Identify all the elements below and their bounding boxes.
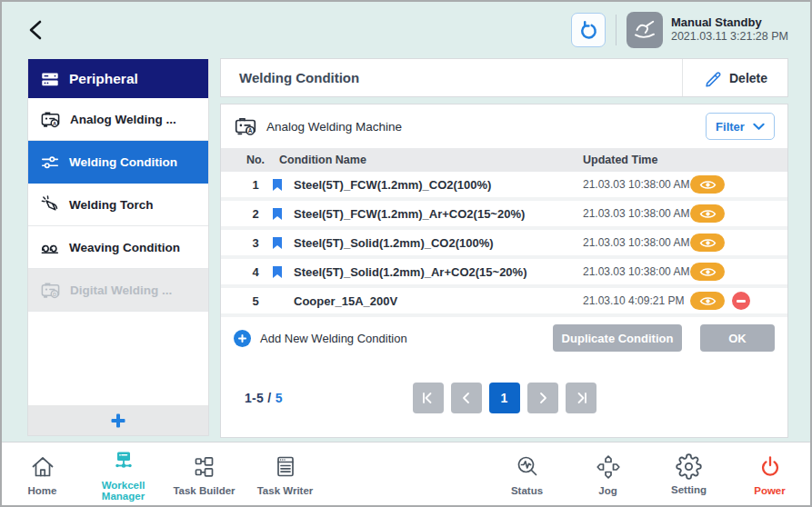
- workcell-manager-icon: [110, 448, 137, 475]
- page-1-button[interactable]: 1: [489, 383, 520, 413]
- add-new-row: Add New Welding Condition Duplicate Cond…: [221, 317, 787, 359]
- panel-header: Welding Condition Delete: [220, 58, 788, 97]
- view-condition-button[interactable]: [690, 175, 725, 194]
- svg-text:A: A: [53, 120, 56, 125]
- sidebar-item-label: Analog Welding ...: [70, 113, 176, 126]
- bookmark-icon: [272, 207, 283, 221]
- chevron-down-icon: [753, 123, 765, 131]
- manual-mode-button[interactable]: [627, 12, 663, 48]
- sidebar-item-label: Welding Torch: [69, 198, 154, 212]
- bookmark-icon: [272, 265, 283, 279]
- plus-icon: [110, 413, 126, 429]
- page-title: Welding Condition: [221, 70, 359, 85]
- nav-workcell-manager[interactable]: Workcell Manager: [83, 446, 164, 502]
- remove-condition-button[interactable]: [732, 292, 750, 310]
- device-row: A Analog Welding Machine Filter: [221, 104, 787, 148]
- task-builder-icon: [191, 453, 218, 481]
- weaving-icon: [40, 237, 60, 257]
- nav-task-builder[interactable]: Task Builder: [164, 452, 245, 496]
- refresh-icon: [577, 20, 598, 41]
- last-page-button[interactable]: [566, 383, 596, 413]
- row-number: 4: [239, 265, 272, 279]
- sidebar-item-label: Weaving Condition: [69, 241, 180, 254]
- table-row[interactable]: 1 Steel(5T)_FCW(1.2mm)_CO2(100%) 21.03.0…: [221, 172, 787, 201]
- welding-machine-icon: A: [234, 114, 257, 138]
- sidebar-header-peripheral: Peripheral: [28, 59, 208, 98]
- duplicate-condition-button[interactable]: Duplicate Condition: [553, 324, 682, 352]
- pagination-row: 1-5 / 5 1: [221, 359, 787, 437]
- total-count: 5: [276, 391, 283, 405]
- updated-time: 21.03.10 4:09:21 PM: [583, 294, 690, 307]
- sidebar-item-weaving-condition[interactable]: Weaving Condition: [28, 226, 208, 269]
- nav-home[interactable]: Home: [2, 452, 83, 496]
- task-writer-icon: [272, 453, 299, 481]
- table-row[interactable]: 3 Steel(5T)_Solid(1.2mm)_CO2(100%) 21.03…: [221, 230, 787, 259]
- nav-task-writer[interactable]: Task Writer: [245, 452, 326, 496]
- eye-icon: [699, 208, 717, 220]
- table-row[interactable]: 2 Steel(5T)_FCW(1.2mm)_Ar+CO2(15~20%) 21…: [221, 201, 787, 230]
- updated-time: 21.03.03 10:38:00 AM: [583, 236, 690, 249]
- page-range: 1-5 / 5: [221, 391, 283, 405]
- svg-text:D: D: [53, 291, 56, 296]
- chevron-left-icon: [458, 390, 475, 406]
- plus-icon: [238, 334, 246, 343]
- table-header: No. Condition Name Updated Time: [221, 148, 787, 172]
- condition-name: Steel(5T)_Solid(1.2mm)_CO2(100%): [294, 236, 583, 250]
- sidebar-item-welding-torch[interactable]: Welding Torch: [28, 184, 208, 226]
- sidebar-item-digital-welding: D Digital Welding ...: [28, 269, 208, 312]
- topbar-divider: [616, 15, 617, 45]
- datetime-label: 2021.03.11 3:21:28 PM: [671, 30, 788, 45]
- app-window: Manual Standby 2021.03.11 3:21:28 PM Per…: [0, 0, 812, 507]
- top-bar: Manual Standby 2021.03.11 3:21:28 PM: [2, 2, 810, 58]
- mode-label: Manual Standby: [671, 15, 788, 30]
- back-chevron-icon: [25, 18, 49, 42]
- nav-status[interactable]: Status: [486, 452, 567, 496]
- pagination-controls: 1: [413, 383, 596, 413]
- refresh-button[interactable]: [571, 13, 606, 47]
- table-row[interactable]: 4 Steel(5T)_Solid(1.2mm)_Ar+CO2(15~20%) …: [221, 259, 787, 288]
- last-page-icon: [573, 390, 589, 406]
- view-condition-button[interactable]: [690, 263, 725, 281]
- sidebar-item-welding-condition[interactable]: Welding Condition: [28, 141, 208, 184]
- first-page-button[interactable]: [413, 383, 444, 413]
- peripheral-icon: [40, 69, 60, 89]
- updated-time: 21.03.03 10:38:00 AM: [583, 178, 690, 191]
- col-header-name: Condition Name: [272, 154, 583, 166]
- row-number: 1: [239, 178, 272, 192]
- view-condition-button[interactable]: [690, 292, 725, 310]
- power-icon: [757, 453, 784, 481]
- condition-name: Steel(5T)_FCW(1.2mm)_Ar+CO2(15~20%): [294, 207, 583, 221]
- row-number: 2: [239, 207, 272, 221]
- filter-button[interactable]: Filter: [706, 113, 775, 140]
- torch-icon: [40, 194, 60, 214]
- table-row[interactable]: 5 Cooper_15A_200V 21.03.10 4:09:21 PM: [221, 288, 787, 317]
- delete-label: Delete: [729, 71, 767, 85]
- view-condition-button[interactable]: [690, 234, 725, 252]
- view-condition-button[interactable]: [690, 204, 725, 223]
- manual-hand-icon: [629, 15, 660, 45]
- sidebar-item-analog-welding[interactable]: A Analog Welding ...: [28, 98, 208, 141]
- add-peripheral-button[interactable]: [28, 405, 208, 435]
- eye-icon: [699, 179, 717, 191]
- bottom-nav: Home Workcell Manager: [2, 442, 810, 505]
- sidebar-filler: [28, 312, 208, 405]
- add-condition-button[interactable]: [234, 330, 251, 347]
- condition-name: Cooper_15A_200V: [294, 294, 583, 308]
- back-button[interactable]: [24, 16, 51, 44]
- prev-page-button[interactable]: [451, 383, 482, 413]
- nav-power[interactable]: Power: [729, 452, 810, 496]
- nav-setting[interactable]: Setting: [648, 452, 729, 496]
- row-number: 3: [239, 236, 272, 250]
- sidebar: Peripheral A Analog Welding ...: [27, 59, 209, 436]
- col-header-updated: Updated Time: [583, 154, 690, 166]
- jog-dpad-icon: [595, 453, 622, 481]
- chevron-right-icon: [535, 390, 551, 406]
- ok-button[interactable]: OK: [700, 324, 775, 352]
- robot-status: Manual Standby 2021.03.11 3:21:28 PM: [671, 15, 788, 45]
- nav-jog[interactable]: Jog: [567, 452, 648, 496]
- next-page-button[interactable]: [527, 383, 558, 413]
- delete-button[interactable]: Delete: [682, 59, 787, 96]
- updated-time: 21.03.03 10:38:00 AM: [583, 265, 690, 278]
- bookmark-icon: [272, 236, 283, 250]
- svg-text:A: A: [248, 127, 253, 134]
